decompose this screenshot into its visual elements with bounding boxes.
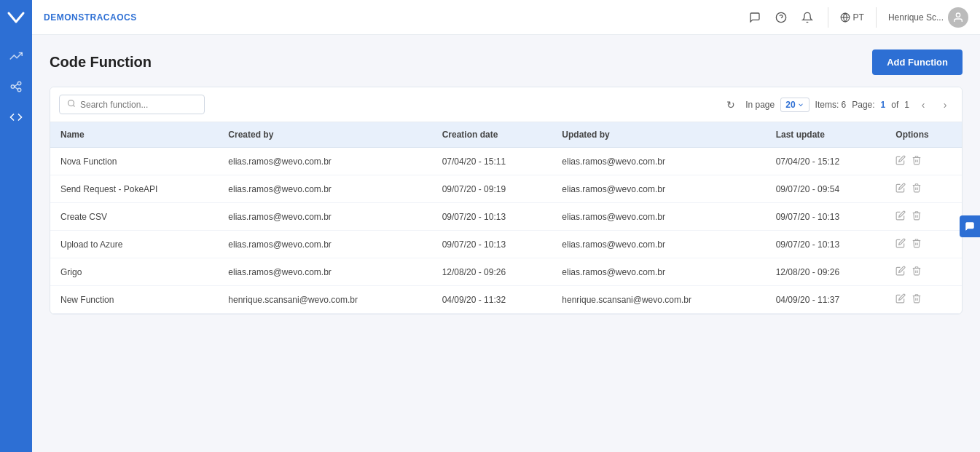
table-row: New Function henrique.scansani@wevo.com.… (50, 286, 962, 314)
col-creation-date: Creation date (432, 122, 552, 148)
options-cell (895, 238, 952, 250)
svg-point-1 (17, 82, 21, 85)
svg-point-10 (68, 100, 74, 106)
user-name: Henrique Sc... (888, 12, 944, 23)
cell-name: Upload to Azure (50, 231, 218, 258)
sidebar-logo (4, 6, 28, 29)
search-input[interactable] (80, 100, 197, 110)
notification-icon[interactable] (799, 9, 816, 26)
avatar (948, 7, 968, 28)
cell-updated-by: elias.ramos@wevo.com.br (552, 148, 765, 175)
main-content: DEMONSTRACAOCS (32, 0, 980, 452)
col-last-update: Last update (766, 122, 886, 148)
language-label: PT (853, 12, 864, 23)
edit-icon[interactable] (895, 293, 906, 306)
cell-created-by: elias.ramos@wevo.com.br (218, 148, 431, 175)
language-selector[interactable]: PT (840, 12, 864, 23)
svg-line-4 (15, 87, 18, 90)
cell-options (885, 258, 962, 286)
prev-page-button[interactable]: ‹ (915, 97, 931, 113)
per-page-value: 20 (785, 100, 795, 110)
header-divider-2 (876, 7, 877, 28)
delete-icon[interactable] (912, 266, 922, 278)
sidebar-item-flows[interactable] (3, 74, 29, 100)
search-box[interactable] (59, 95, 205, 114)
cell-name: Send Request - PokeAPI (50, 175, 218, 203)
cell-updated-by: elias.ramos@wevo.com.br (552, 231, 765, 258)
cell-name: Create CSV (50, 203, 218, 231)
col-name: Name (50, 122, 218, 148)
next-page-button[interactable]: › (937, 97, 953, 113)
svg-point-0 (11, 85, 15, 89)
add-function-button[interactable]: Add Function (872, 49, 963, 75)
cell-options (885, 231, 962, 258)
delete-icon[interactable] (912, 155, 922, 167)
options-cell (895, 210, 952, 223)
table-header: Name Created by Creation date Updated by… (50, 122, 962, 148)
sidebar (0, 0, 32, 452)
cell-last-update: 07/04/20 - 15:12 (766, 148, 886, 175)
cell-created-by: elias.ramos@wevo.com.br (218, 175, 431, 203)
table-row: Upload to Azure elias.ramos@wevo.com.br … (50, 231, 962, 258)
refresh-button[interactable]: ↻ (722, 96, 740, 114)
edit-icon[interactable] (895, 155, 906, 167)
sidebar-item-analytics[interactable] (3, 43, 29, 69)
cell-options (885, 203, 962, 231)
svg-line-11 (73, 105, 74, 106)
per-page-selector[interactable]: 20 (780, 98, 809, 112)
edit-icon[interactable] (895, 238, 906, 250)
total-pages: 1 (904, 100, 909, 110)
delete-icon[interactable] (912, 183, 922, 195)
col-created-by: Created by (218, 122, 431, 148)
cell-creation-date: 12/08/20 - 09:26 (432, 258, 552, 286)
delete-icon[interactable] (912, 293, 922, 306)
header: DEMONSTRACAOCS (32, 0, 980, 35)
cell-last-update: 09/07/20 - 10:13 (766, 203, 886, 231)
cell-updated-by: elias.ramos@wevo.com.br (552, 203, 765, 231)
svg-point-2 (17, 88, 21, 92)
items-info: Items: 6 (815, 100, 847, 110)
cell-updated-by: elias.ramos@wevo.com.br (552, 258, 765, 286)
page-title: Code Function (50, 54, 152, 71)
header-divider (828, 7, 828, 28)
edit-icon[interactable] (895, 183, 906, 195)
of-label: of (891, 100, 898, 110)
cell-creation-date: 09/07/20 - 09:19 (432, 175, 552, 203)
header-title: DEMONSTRACAOCS (44, 12, 137, 23)
cell-name: Grigo (50, 258, 218, 286)
cell-creation-date: 09/07/20 - 10:13 (432, 203, 552, 231)
options-cell (895, 266, 952, 278)
cell-created-by: elias.ramos@wevo.com.br (218, 203, 431, 231)
functions-table: Name Created by Creation date Updated by… (50, 122, 962, 314)
cell-last-update: 12/08/20 - 09:26 (766, 258, 886, 286)
options-cell (895, 155, 952, 167)
chat-icon[interactable] (746, 9, 764, 26)
help-icon[interactable] (772, 9, 790, 26)
cell-created-by: elias.ramos@wevo.com.br (218, 231, 431, 258)
svg-line-3 (15, 84, 18, 87)
cell-name: Nova Function (50, 148, 218, 175)
delete-icon[interactable] (912, 210, 922, 223)
delete-icon[interactable] (912, 238, 922, 250)
options-cell (895, 183, 952, 195)
cell-creation-date: 07/04/20 - 15:11 (432, 148, 552, 175)
cell-options (885, 286, 962, 314)
sidebar-item-code[interactable] (3, 104, 29, 130)
page-label: Page: (852, 100, 874, 110)
chat-widget[interactable] (960, 215, 980, 237)
col-options: Options (885, 122, 962, 148)
search-icon (67, 99, 76, 110)
edit-icon[interactable] (895, 210, 906, 223)
header-icons: PT Henrique Sc... (746, 7, 968, 28)
cell-last-update: 09/07/20 - 10:13 (766, 231, 886, 258)
cell-updated-by: henrique.scansani@wevo.com.br (552, 286, 765, 314)
options-cell (895, 293, 952, 306)
cell-options (885, 175, 962, 203)
table-row: Nova Function elias.ramos@wevo.com.br 07… (50, 148, 962, 175)
table-container: ↻ In page 20 Items: 6 Page: 1 of 1 ‹ › (50, 87, 963, 314)
cell-created-by: elias.ramos@wevo.com.br (218, 258, 431, 286)
in-page-label: In page (745, 100, 775, 110)
col-updated-by: Updated by (552, 122, 765, 148)
user-menu[interactable]: Henrique Sc... (888, 7, 968, 28)
edit-icon[interactable] (895, 266, 906, 278)
